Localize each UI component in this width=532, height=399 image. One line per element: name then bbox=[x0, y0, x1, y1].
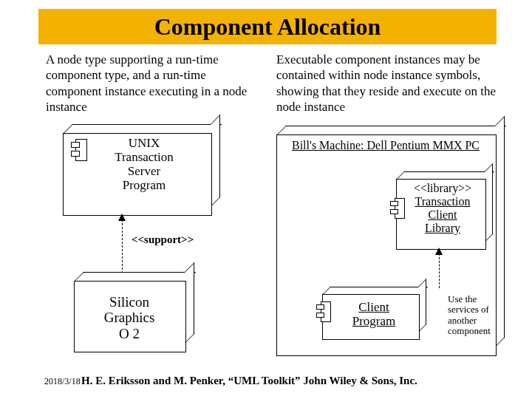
support-dependency-arrow bbox=[122, 216, 123, 273]
arrow-head-up-icon bbox=[435, 248, 443, 255]
bills-machine-label: Bill's Machine: Dell Pentium MMX PC bbox=[281, 139, 491, 152]
silicon-graphics-label: Silicon Graphics O 2 bbox=[74, 294, 185, 341]
arrow-head-up-icon bbox=[118, 214, 126, 221]
left-paragraph: A node type supporting a run-time compon… bbox=[46, 52, 253, 115]
title-bar: Component Allocation bbox=[38, 9, 497, 44]
right-paragraph: Executable component instances may be co… bbox=[276, 52, 505, 115]
slide: Component Allocation A node type support… bbox=[0, 0, 532, 399]
client-program-label: Client Program bbox=[337, 300, 411, 328]
usage-annotation: Use the services of another component bbox=[448, 294, 507, 336]
support-stereotype: <<support>> bbox=[132, 233, 194, 246]
footer-date: 2018/3/18 bbox=[44, 376, 81, 387]
page-title: Component Allocation bbox=[154, 13, 381, 41]
footer-citation: H. E. Eriksson and M. Penker, “UML Toolk… bbox=[81, 375, 417, 387]
library-component-label: <<library>> Transaction Client Library bbox=[405, 182, 480, 235]
usage-dependency-arrow bbox=[439, 250, 440, 288]
unix-component-label: UNIX Transaction Server Program bbox=[89, 136, 200, 192]
